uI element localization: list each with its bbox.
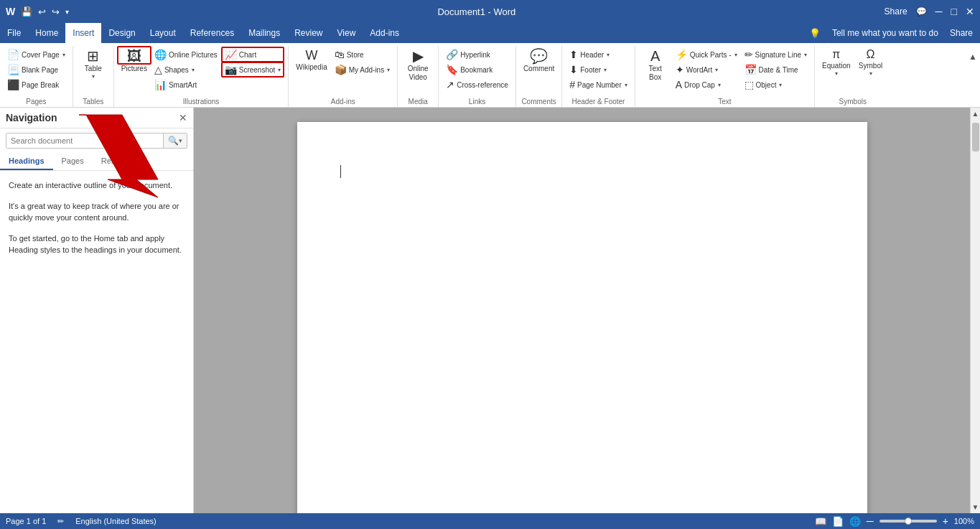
online-pictures-btn[interactable]: 🌐 Online Pictures: [151, 47, 220, 62]
pictures-btn[interactable]: 🖼 Pictures: [118, 47, 150, 75]
nav-tab-pages[interactable]: Pages: [53, 153, 93, 170]
text-label: Text: [640, 96, 810, 107]
menu-mailings[interactable]: Mailings: [241, 23, 287, 43]
dropcap-btn[interactable]: A Drop Cap ▾: [673, 78, 740, 92]
zoom-in-btn[interactable]: +: [943, 515, 948, 527]
myadd-ins-icon: 📦: [335, 64, 347, 75]
symbol-btn[interactable]: Ω Symbol ▾: [855, 47, 887, 79]
blank-page-btn[interactable]: 📃 Blank Page: [4, 62, 68, 77]
close-button[interactable]: ✕: [966, 6, 974, 17]
scroll-down-btn[interactable]: ▼: [970, 501, 980, 513]
pages-label: Pages: [4, 96, 68, 107]
header-btn[interactable]: ⬆ Header ▾: [566, 47, 630, 62]
page-number-btn[interactable]: # Page Number ▾: [566, 78, 630, 92]
shapes-btn[interactable]: △ Shapes ▾: [151, 62, 220, 77]
menu-home[interactable]: Home: [28, 23, 65, 43]
menu-addins[interactable]: Add-ins: [363, 23, 406, 43]
nav-tab-results[interactable]: Results: [93, 153, 136, 170]
share-button[interactable]: Share: [885, 6, 907, 17]
online-video-btn[interactable]: ▶ OnlineVideo: [402, 47, 434, 83]
zoom-out-btn[interactable]: ─: [867, 515, 874, 527]
web-layout-icon[interactable]: 🌐: [849, 516, 861, 527]
hyperlink-btn[interactable]: 🔗 Hyperlink: [443, 47, 511, 62]
cover-page-btn[interactable]: 📄 Cover Page ▾: [4, 47, 68, 62]
menu-file[interactable]: File: [0, 23, 28, 43]
wordart-arrow: ▾: [715, 67, 718, 73]
search-input[interactable]: [6, 134, 163, 148]
smartart-label: SmartArt: [169, 81, 197, 89]
document-page[interactable]: [297, 122, 867, 513]
wordart-btn[interactable]: ✦ WordArt ▾: [673, 62, 740, 77]
menu-insert[interactable]: Insert: [65, 23, 101, 43]
quick-parts-btn[interactable]: ⚡ Quick Parts - ▾: [673, 47, 740, 62]
illustrations-label: Illustrations: [118, 96, 284, 107]
menu-view[interactable]: View: [330, 23, 363, 43]
myadd-ins-btn[interactable]: 📦 My Add-ins ▾: [332, 62, 393, 77]
search-icon: 🔍: [168, 136, 179, 146]
chart-btn[interactable]: 📈 Chart: [222, 47, 284, 62]
zoom-slider[interactable]: [879, 520, 937, 523]
signature-line-arrow: ▾: [804, 52, 807, 58]
illus-col: 🌐 Online Pictures △ Shapes ▾ 📊 SmartArt: [151, 47, 220, 92]
page-break-btn[interactable]: ⬛ Page Break: [4, 78, 68, 92]
comment-label: Comment: [523, 65, 554, 73]
signature-line-btn[interactable]: ✏ Signature Line ▾: [742, 47, 811, 62]
workspace: Navigation ✕ 🔍 ▾ Headings Pages Results …: [0, 108, 980, 513]
table-btn[interactable]: ⊞ Table ▾: [78, 47, 109, 82]
zoom-level[interactable]: 100%: [954, 517, 974, 525]
object-btn[interactable]: ⬚ Object ▾: [742, 78, 811, 92]
store-btn[interactable]: 🛍 Store: [332, 47, 393, 62]
illustrations-items: 🖼 Pictures 🌐 Online Pictures △ Shapes ▾: [118, 47, 284, 96]
ribbon-group-media: ▶ OnlineVideo Media: [398, 46, 439, 107]
menu-layout[interactable]: Layout: [143, 23, 183, 43]
object-label: Object: [756, 81, 777, 89]
comment-btn[interactable]: 💬 Comment: [521, 47, 557, 75]
wordart-label: WordArt: [686, 66, 713, 74]
wikipedia-btn[interactable]: W Wikipedia: [293, 47, 330, 73]
footer-btn[interactable]: ⬇ Footer ▾: [566, 62, 630, 77]
ribbon-group-links: 🔗 Hyperlink 🔖 Bookmark ↗ Cross-reference: [439, 46, 516, 107]
quick-access-undo[interactable]: ↩: [38, 6, 46, 17]
quick-access-save[interactable]: 💾: [21, 6, 32, 17]
textbox-btn[interactable]: A TextBox: [640, 47, 671, 83]
minimize-button[interactable]: ─: [935, 6, 943, 17]
tell-me-input[interactable]: Tell me what you want to do: [832, 28, 938, 38]
myadd-ins-arrow: ▾: [387, 67, 390, 73]
symbols-label: Symbols: [819, 96, 886, 107]
scroll-up-btn[interactable]: ▲: [970, 108, 980, 120]
scroll-track[interactable]: [971, 120, 980, 501]
equation-btn[interactable]: π Equation ▾: [819, 47, 853, 79]
restore-button[interactable]: □: [951, 6, 957, 17]
signature-line-icon: ✏: [745, 49, 753, 60]
read-mode-icon[interactable]: 📖: [815, 516, 826, 527]
nav-close-btn[interactable]: ✕: [179, 112, 187, 123]
symbols-items: π Equation ▾ Ω Symbol ▾: [819, 47, 886, 96]
dropcap-arrow: ▾: [718, 82, 721, 88]
screenshot-btn[interactable]: 📷 Screenshot ▾: [222, 62, 284, 77]
footer-icon: ⬇: [569, 64, 578, 75]
smartart-btn[interactable]: 📊 SmartArt: [151, 78, 220, 92]
menu-design[interactable]: Design: [101, 23, 142, 43]
search-button[interactable]: 🔍 ▾: [163, 134, 187, 148]
quick-access-redo[interactable]: ↪: [52, 6, 60, 17]
symbol-arrow: ▾: [869, 70, 872, 78]
share-menu-btn[interactable]: Share: [950, 28, 973, 38]
customize-qa[interactable]: ▾: [65, 8, 69, 16]
comment-icon: 💬: [530, 49, 548, 63]
scroll-thumb[interactable]: [972, 123, 979, 151]
nav-body-text-3: To get started, go to the Home tab and a…: [9, 233, 185, 256]
title-bar-left: W 💾 ↩ ↪ ▾: [6, 6, 69, 17]
language-info[interactable]: English (United States): [75, 517, 157, 525]
online-pictures-icon: 🌐: [154, 49, 167, 60]
cross-reference-btn[interactable]: ↗ Cross-reference: [443, 78, 511, 92]
search-dropdown-arrow[interactable]: ▾: [179, 137, 182, 144]
footer-arrow: ▾: [604, 67, 607, 73]
ribbon-collapse-btn[interactable]: ▲: [966, 46, 980, 107]
bookmark-btn[interactable]: 🔖 Bookmark: [443, 62, 511, 77]
date-time-btn[interactable]: 📅 Date & Time: [742, 62, 811, 77]
menu-review[interactable]: Review: [287, 23, 330, 43]
nav-tab-headings[interactable]: Headings: [0, 153, 53, 170]
print-layout-icon[interactable]: 📄: [832, 516, 844, 527]
comments-icon[interactable]: 💬: [916, 6, 927, 17]
menu-references[interactable]: References: [183, 23, 241, 43]
